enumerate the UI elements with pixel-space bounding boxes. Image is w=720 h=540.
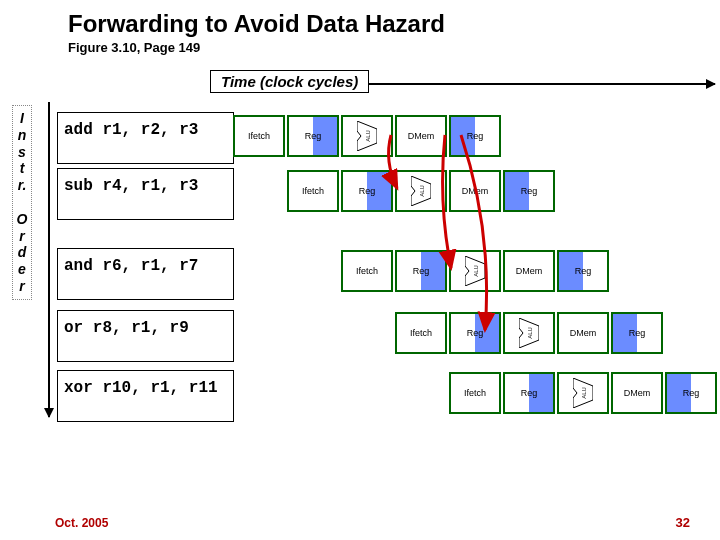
pipeline-stage: Ifetch — [233, 115, 285, 157]
pipeline-stage: DMem — [611, 372, 663, 414]
pipeline-stage: ALU — [449, 250, 501, 292]
time-axis-label: Time (clock cycles) — [210, 70, 369, 93]
pipeline-stage: DMem — [503, 250, 555, 292]
pipeline-stage: Reg — [665, 372, 717, 414]
svg-text:ALU: ALU — [527, 327, 533, 339]
pipeline-stage: Reg — [557, 250, 609, 292]
pipeline-stage: Reg — [341, 170, 393, 212]
slide-title: Forwarding to Avoid Data Hazard — [68, 10, 445, 38]
instruction-box: sub r4, r1, r3 — [57, 168, 234, 220]
instr-order-arrow — [48, 102, 50, 417]
pipeline-stage: Reg — [503, 372, 555, 414]
pipeline-stage: Reg — [287, 115, 339, 157]
footer-date: Oct. 2005 — [55, 516, 108, 530]
svg-text:ALU: ALU — [473, 265, 479, 277]
svg-text:ALU: ALU — [581, 387, 587, 399]
pipeline-stage: ALU — [341, 115, 393, 157]
instruction-box: or r8, r1, r9 — [57, 310, 234, 362]
instruction-box: and r6, r1, r7 — [57, 248, 234, 300]
pipeline-stage: DMem — [449, 170, 501, 212]
pipeline-stage: Reg — [449, 312, 501, 354]
svg-text:ALU: ALU — [365, 130, 371, 142]
pipeline-stage: ALU — [395, 170, 447, 212]
pipeline-stage: ALU — [503, 312, 555, 354]
pipeline-stage: ALU — [557, 372, 609, 414]
pipeline-stage: Reg — [395, 250, 447, 292]
pipeline-stage: Reg — [449, 115, 501, 157]
pipeline-stage: Reg — [503, 170, 555, 212]
pipeline-stage: DMem — [395, 115, 447, 157]
pipeline-stage: Ifetch — [341, 250, 393, 292]
pipeline-stage: Reg — [611, 312, 663, 354]
svg-text:ALU: ALU — [419, 185, 425, 197]
pipeline-stage: Ifetch — [395, 312, 447, 354]
pipeline-stage: Ifetch — [287, 170, 339, 212]
slide-number: 32 — [676, 515, 690, 530]
pipeline-stage: Ifetch — [449, 372, 501, 414]
pipeline-stage: DMem — [557, 312, 609, 354]
instruction-box: xor r10, r1, r11 — [57, 370, 234, 422]
instruction-box: add r1, r2, r3 — [57, 112, 234, 164]
slide-subtitle: Figure 3.10, Page 149 — [68, 40, 200, 55]
instr-order-label: Instr. Order — [12, 105, 32, 300]
